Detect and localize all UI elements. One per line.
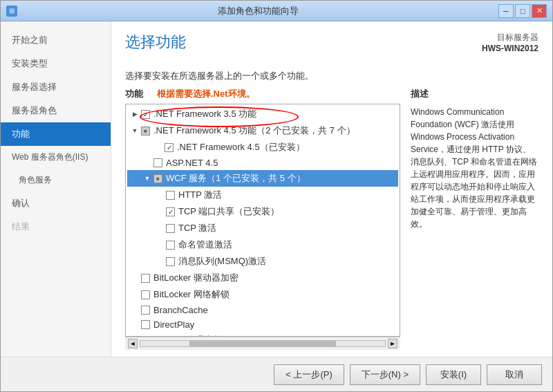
checkbox-aspnet45[interactable] [153,158,162,167]
sidebar-item-before-begin[interactable]: 开始之前 [1,28,111,52]
checkbox-directplay[interactable] [141,320,150,329]
expand-directplay [130,320,140,330]
h-scroll-track [140,340,386,347]
sidebar-item-web-roles[interactable]: Web 服务器角色(IIS) [1,146,111,169]
expand-named-pipe [155,240,165,250]
features-list-wrapper: .NET Framework 3.5 功能 .NET Framework 4.5… [125,104,400,350]
cancel-button[interactable]: 取消 [487,364,542,385]
server-name: HWS-WIN2012 [482,44,538,53]
window-title: 添加角色和功能向导 [17,5,498,17]
features-header: 功能 根据需要选择.Net环境。 [125,88,400,100]
label-tcp-activate: TCP 激活 [178,222,216,234]
label-net45-installed: .NET Framework 4.5（已安装） [177,141,305,153]
features-list-container[interactable]: .NET Framework 3.5 功能 .NET Framework 4.5… [125,104,400,337]
feature-msmq[interactable]: 消息队列(MSMQ)激活 [127,253,398,270]
feature-http-activate[interactable]: HTTP 激活 [127,187,398,203]
page-title: 选择功能 [125,32,186,53]
label-http-rpc: HTTP（代理上的 RPC） [153,334,252,337]
description-panel: 描述 Windows Communication Foundation (WCF… [411,88,538,350]
sidebar-item-install-type[interactable]: 安装类型 [1,52,111,75]
expand-http-rpc [130,335,140,337]
sidebar-item-role-services[interactable]: 角色服务 [1,169,111,192]
checkbox-wcf[interactable] [153,174,162,183]
checkbox-net45-installed[interactable] [165,143,174,152]
feature-bitlocker-network[interactable]: BitLocker 网络解锁 [127,286,398,303]
expand-branchcache [130,306,140,315]
label-aspnet45: ASP.NET 4.5 [166,158,218,168]
window-controls: ─ □ ✕ [498,4,547,18]
expand-bitlocker-drive [130,273,140,283]
label-branchcache: BranchCache [153,305,208,315]
spacer1 [153,142,163,152]
label-msmq: 消息队列(MSMQ)激活 [178,255,266,268]
label-http-activate: HTTP 激活 [178,189,222,201]
checkbox-tcp-share[interactable] [166,207,175,216]
notice-text: 根据需要选择.Net环境。 [157,88,255,100]
expand-net35[interactable] [130,109,140,119]
checkbox-bitlocker-drive[interactable] [141,274,150,283]
label-directplay: DirectPlay [153,319,194,330]
features-list: .NET Framework 3.5 功能 .NET Framework 4.5… [126,104,400,337]
server-label: 目标服务器 [482,32,538,44]
minimize-button[interactable]: ─ [498,4,514,18]
feature-http-rpc[interactable]: HTTP（代理上的 RPC） [127,332,398,337]
checkbox-net45[interactable] [141,127,150,136]
feature-directplay[interactable]: DirectPlay [127,317,398,332]
sidebar-item-server-roles[interactable]: 服务器角色 [1,99,111,122]
checkbox-msmq[interactable] [166,257,175,266]
sidebar-item-results: 结果 [1,215,111,239]
feature-tcp-activate[interactable]: TCP 激活 [127,220,398,236]
next-button[interactable]: 下一步(N) > [350,364,420,385]
feature-net45[interactable]: .NET Framework 4.5 功能（2 个已安装，共 7 个） [127,122,398,139]
label-bitlocker-drive: BitLocker 驱动器加密 [153,272,238,284]
feature-named-pipe[interactable]: 命名管道激活 [127,236,398,253]
label-net45: .NET Framework 4.5 功能（2 个已安装，共 7 个） [153,124,355,137]
description-title: 描述 [411,88,538,100]
expand-http [155,190,165,200]
sidebar-item-features[interactable]: 功能 [1,122,111,146]
page-description: 选择要安装在所选服务器上的一个或多个功能。 [125,70,538,82]
titlebar: ⊞ 添加角色和功能向导 ─ □ ✕ [1,1,552,21]
expand-net45[interactable] [130,126,140,136]
expand-wcf[interactable] [142,174,152,183]
checkbox-named-pipe[interactable] [166,241,175,250]
feature-wcf[interactable]: WCF 服务（1 个已安装，共 5 个） [127,170,398,187]
expand-aspnet [142,158,152,168]
expand-tcp-share [155,207,165,216]
feature-tcp-share[interactable]: TCP 端口共享（已安装） [127,203,398,220]
checkbox-net35[interactable] [141,110,150,119]
top-bar: 选择功能 目标服务器 HWS-WIN2012 [125,32,538,63]
checkbox-tcp-activate[interactable] [166,224,175,233]
feature-aspnet45[interactable]: ASP.NET 4.5 [127,156,398,170]
prev-button[interactable]: < 上一步(P) [274,364,344,385]
features-panel: 功能 根据需要选择.Net环境。 [125,88,400,350]
expand-msmq [155,256,165,266]
checkbox-http-rpc[interactable] [141,336,150,337]
content-split: 功能 根据需要选择.Net环境。 [125,88,538,350]
scroll-left-btn[interactable]: ◄ [128,339,138,348]
feature-branchcache[interactable]: BranchCache [127,303,398,317]
close-button[interactable]: ✕ [532,4,547,18]
checkbox-branchcache[interactable] [141,306,150,315]
label-tcp-share: TCP 端口共享（已安装） [178,205,279,218]
horizontal-scrollbar[interactable]: ◄ ► [125,337,400,350]
checkbox-http-activate[interactable] [166,191,175,200]
install-button[interactable]: 安装(I) [426,364,481,385]
checkbox-bitlocker-network[interactable] [141,290,150,299]
main-window: ⊞ 添加角色和功能向导 ─ □ ✕ 开始之前 安装类型 服务器选择 服务器角色 … [0,0,553,392]
content-area: 选择功能 目标服务器 HWS-WIN2012 选择要安装在所选服务器上的一个或多… [111,21,552,357]
h-scroll-thumb [189,341,336,346]
expand-net45-installed [142,142,152,152]
scroll-right-btn[interactable]: ► [388,339,397,348]
label-bitlocker-network: BitLocker 网络解锁 [153,288,229,301]
feature-net45-installed[interactable]: .NET Framework 4.5（已安装） [127,139,398,156]
label-net35: .NET Framework 3.5 功能 [153,108,256,120]
sidebar-item-confirm[interactable]: 确认 [1,192,111,215]
label-wcf: WCF 服务（1 个已安装，共 5 个） [166,172,306,185]
maximize-button[interactable]: □ [515,4,530,18]
feature-net35[interactable]: .NET Framework 3.5 功能 [127,106,398,122]
app-icon: ⊞ [6,6,17,17]
feature-bitlocker-drive[interactable]: BitLocker 驱动器加密 [127,270,398,286]
sidebar-item-server-select[interactable]: 服务器选择 [1,75,111,99]
footer: < 上一步(P) 下一步(N) > 安装(I) 取消 [1,357,552,391]
